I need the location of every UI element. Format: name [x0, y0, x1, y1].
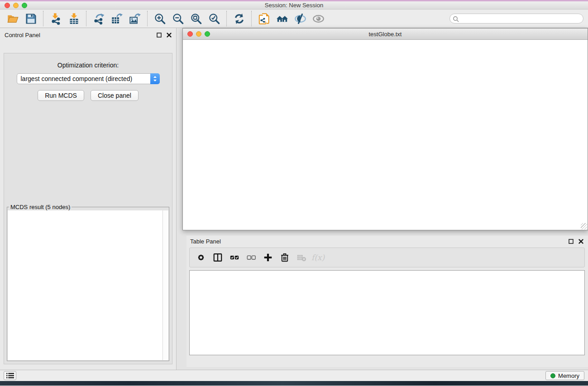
float-panel-icon[interactable]: [156, 33, 162, 38]
zoom-fit-icon: [190, 13, 202, 25]
control-panel: Control Panel Optimization criterion: la…: [0, 28, 177, 370]
close-panel-button[interactable]: Close panel: [91, 90, 139, 101]
select-all-columns-button[interactable]: [228, 250, 241, 265]
refresh-layout-button[interactable]: [230, 11, 248, 26]
open-session-button[interactable]: [4, 11, 22, 26]
zoom-in-icon: [154, 13, 166, 25]
main-toolbar: [0, 10, 588, 28]
toolbar-separator: [43, 11, 43, 26]
delete-table-button: [295, 250, 308, 265]
run-mcds-button[interactable]: Run MCDS: [38, 90, 84, 101]
export-network-button[interactable]: [90, 11, 108, 26]
save-icon: [25, 13, 37, 25]
close-panel-icon[interactable]: [166, 33, 172, 38]
task-history-button[interactable]: [4, 371, 16, 380]
toolbar-search: [449, 14, 583, 24]
export-table-button[interactable]: [108, 11, 126, 26]
deselect-all-icon: [246, 253, 256, 262]
delete-columns-button[interactable]: [278, 250, 292, 265]
mcds-result-list: [8, 210, 163, 360]
search-icon: [453, 16, 459, 22]
table-toolbar: f(x): [189, 248, 585, 267]
network-canvas[interactable]: [183, 40, 588, 230]
hide-graphics-details-button[interactable]: [291, 11, 309, 26]
add-column-button[interactable]: [261, 250, 275, 265]
function-builder-button: f(x): [311, 250, 325, 265]
select-all-icon: [229, 253, 239, 262]
network-window-titlebar[interactable]: testGlobe.txt: [183, 29, 588, 40]
memory-status-icon: [550, 373, 555, 378]
import-network-icon: [50, 13, 62, 25]
toolbar-separator: [86, 11, 86, 26]
zoom-selected-button[interactable]: [205, 11, 223, 26]
close-panel-icon[interactable]: [578, 239, 583, 244]
result-scrollbar[interactable]: [163, 210, 168, 360]
eye-icon: [312, 13, 325, 25]
zoom-fit-button[interactable]: [187, 11, 205, 26]
export-network-icon: [93, 13, 105, 25]
mcds-result-title: MCDS result (5 nodes): [9, 204, 72, 210]
table-settings-button[interactable]: [194, 250, 208, 265]
deselect-all-columns-button[interactable]: [244, 250, 258, 265]
export-table-icon: [111, 13, 123, 25]
split-panel-button[interactable]: [211, 250, 225, 265]
toolbar-separator: [147, 11, 148, 26]
export-image-icon: [129, 13, 141, 25]
search-input[interactable]: [449, 14, 583, 24]
select-stepper-icon: [150, 73, 160, 84]
network-from-file-button[interactable]: [255, 11, 273, 26]
table-panel-title: Table Panel: [190, 238, 221, 245]
import-table-button[interactable]: [65, 11, 83, 26]
optimization-criterion-label: Optimization criterion:: [4, 62, 172, 69]
memory-label: Memory: [558, 372, 579, 379]
refresh-icon: [233, 13, 245, 25]
plus-icon: [263, 253, 273, 262]
criterion-select[interactable]: largest connected component (directed): [17, 73, 160, 84]
network-file-icon: [258, 13, 270, 25]
toolbar-separator: [251, 11, 252, 26]
node-table: [189, 270, 585, 355]
window-title: Session: New Session: [0, 2, 588, 9]
control-panel-header: Control Panel: [0, 28, 176, 40]
zoom-out-button[interactable]: [169, 11, 187, 26]
home-networks-button[interactable]: [273, 11, 291, 26]
network-window-title: testGlobe.txt: [183, 31, 588, 38]
network-window: testGlobe.txt: [182, 28, 588, 230]
toolbar-separator: [226, 11, 227, 26]
table-panel: Table Panel: [186, 236, 588, 367]
main-area: Control Panel Optimization criterion: la…: [0, 28, 588, 370]
trash-icon: [280, 253, 290, 262]
zoom-selected-icon: [208, 13, 220, 25]
desktop-pane: testGlobe.txt Table Panel: [177, 28, 588, 370]
mcds-result-box: MCDS result (5 nodes): [7, 204, 169, 361]
gear-icon: [196, 253, 206, 262]
houses-icon: [276, 13, 288, 25]
memory-button[interactable]: Memory: [545, 371, 584, 380]
network-graph: [183, 40, 588, 230]
application-window: Session: New Session: [0, 0, 588, 386]
titlebar: Session: New Session: [0, 1, 588, 10]
list-icon: [6, 372, 14, 379]
desktop-background: [0, 381, 588, 386]
mcds-panel: Optimization criterion: largest connecte…: [4, 53, 172, 364]
criterion-selected-value: largest connected component (directed): [17, 75, 150, 82]
status-bar: Memory: [0, 370, 588, 381]
birdseye-view-button[interactable]: [309, 11, 327, 26]
eye-slash-icon: [294, 13, 306, 25]
zoom-in-button[interactable]: [151, 11, 169, 26]
control-panel-title: Control Panel: [5, 32, 40, 38]
import-table-icon: [68, 13, 80, 25]
delete-table-icon: [296, 253, 306, 262]
function-icon: f(x): [311, 253, 325, 262]
zoom-out-icon: [172, 13, 184, 25]
split-panel-icon: [213, 253, 223, 262]
import-network-button[interactable]: [47, 11, 65, 26]
save-session-button[interactable]: [22, 11, 40, 26]
window-resize-grip[interactable]: [581, 223, 587, 229]
float-panel-icon[interactable]: [568, 239, 574, 244]
export-image-button[interactable]: [126, 11, 144, 26]
